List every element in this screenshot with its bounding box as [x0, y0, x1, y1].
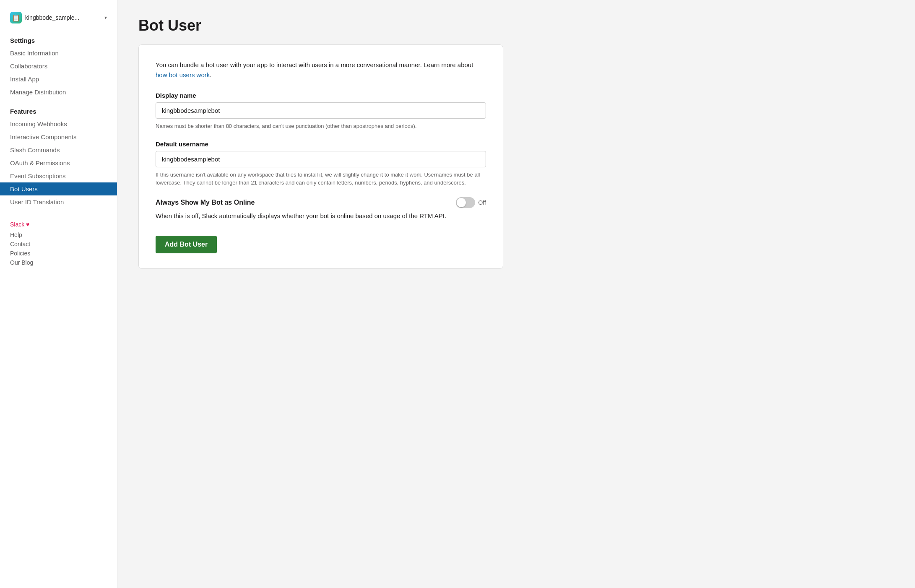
app-name: kingbbode_sample... [25, 14, 101, 21]
page-title: Bot User [138, 17, 894, 34]
sidebar-item-interactive-components[interactable]: Interactive Components [0, 130, 117, 143]
sidebar-footer: Slack ♥ Help Contact Policies Our Blog [0, 221, 117, 267]
slack-heart-link[interactable]: Slack ♥ [10, 221, 107, 228]
display-name-field-group: Display name Names must be shorter than … [156, 92, 486, 130]
toggle-header: Always Show My Bot as Online Off [156, 197, 486, 208]
toggle-track[interactable] [456, 197, 475, 208]
footer-link-contact[interactable]: Contact [10, 239, 107, 249]
sidebar-item-manage-distribution[interactable]: Manage Distribution [0, 86, 117, 99]
sidebar-item-incoming-webhooks[interactable]: Incoming Webhooks [0, 117, 117, 130]
display-name-input[interactable] [156, 102, 486, 119]
settings-section-title: Settings [0, 32, 117, 47]
sidebar-item-user-id-translation[interactable]: User ID Translation [0, 195, 117, 208]
sidebar-item-basic-information[interactable]: Basic Information [0, 47, 117, 60]
toggle-state-label: Off [478, 199, 486, 206]
default-username-hint: If this username isn't available on any … [156, 171, 486, 187]
display-name-label: Display name [156, 92, 486, 99]
intro-paragraph: You can bundle a bot user with your app … [156, 60, 486, 80]
sidebar-item-event-subscriptions[interactable]: Event Subscriptions [0, 169, 117, 182]
features-section-title: Features [0, 103, 117, 117]
app-icon: 📋 [10, 12, 22, 23]
footer-link-policies[interactable]: Policies [10, 249, 107, 258]
toggle-title: Always Show My Bot as Online [156, 199, 255, 206]
default-username-label: Default username [156, 140, 486, 148]
add-bot-user-button[interactable]: Add Bot User [156, 236, 217, 253]
sidebar-item-oauth-permissions[interactable]: OAuth & Permissions [0, 156, 117, 169]
display-name-hint: Names must be shorter than 80 characters… [156, 122, 486, 130]
footer-link-our-blog[interactable]: Our Blog [10, 258, 107, 267]
chevron-down-icon: ▾ [104, 15, 107, 21]
sidebar-item-install-app[interactable]: Install App [0, 73, 117, 86]
always-online-toggle-row: Always Show My Bot as Online Off When th… [156, 197, 486, 221]
intro-suffix: . [210, 71, 211, 78]
toggle-description: When this is off, Slack automatically di… [156, 211, 486, 221]
default-username-input[interactable] [156, 151, 486, 167]
how-bot-users-work-link[interactable]: how bot users work [156, 71, 210, 78]
toggle-knob [457, 198, 466, 207]
sidebar-item-bot-users[interactable]: Bot Users [0, 182, 117, 195]
sidebar-item-slash-commands[interactable]: Slash Commands [0, 143, 117, 156]
sidebar: 📋 kingbbode_sample... ▾ Settings Basic I… [0, 0, 117, 588]
app-selector[interactable]: 📋 kingbbode_sample... ▾ [0, 8, 117, 32]
content-card: You can bundle a bot user with your app … [138, 44, 503, 269]
sidebar-item-collaborators[interactable]: Collaborators [0, 60, 117, 73]
always-online-toggle[interactable]: Off [456, 197, 486, 208]
intro-text: You can bundle a bot user with your app … [156, 61, 473, 68]
default-username-field-group: Default username If this username isn't … [156, 140, 486, 187]
footer-link-help[interactable]: Help [10, 230, 107, 239]
main-content: Bot User You can bundle a bot user with … [117, 0, 915, 588]
